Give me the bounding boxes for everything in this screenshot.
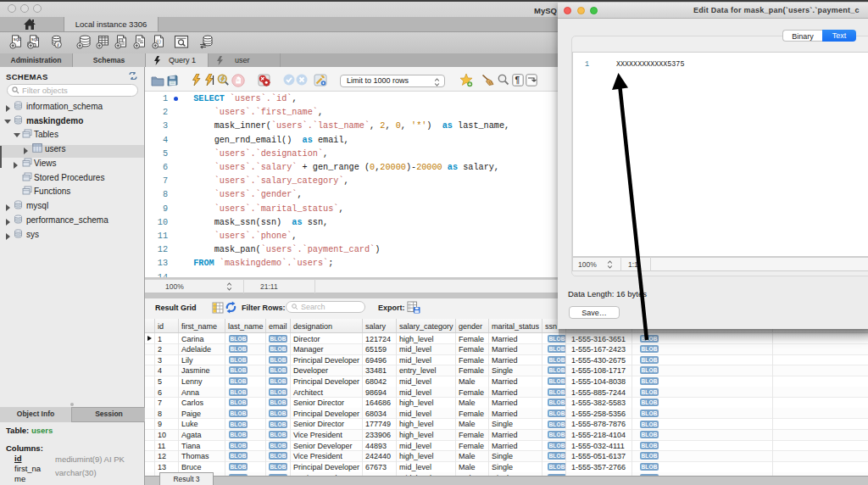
svg-text:SQL: SQL	[31, 37, 39, 42]
svg-text:¶: ¶	[515, 75, 520, 85]
svg-text:i: i	[57, 42, 58, 47]
svg-text:SQL: SQL	[14, 37, 21, 42]
